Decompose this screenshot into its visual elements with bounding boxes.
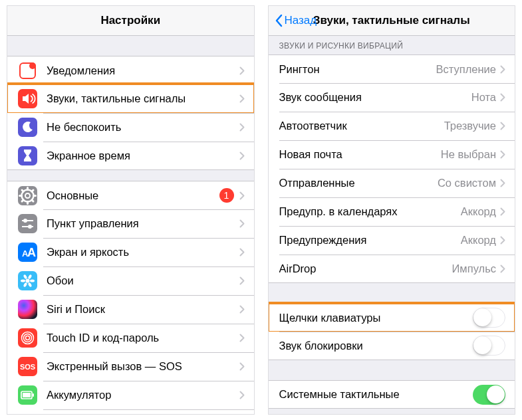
settings-row-notifications[interactable]: Уведомления: [7, 56, 254, 84]
switches-icon: [18, 214, 37, 233]
row-label: Системные тактильные: [279, 388, 473, 401]
chevron-right-icon: [239, 391, 245, 399]
svg-point-27: [26, 336, 30, 340]
chevron-right-icon: [239, 94, 245, 103]
fingerprint-icon: [18, 328, 37, 348]
speaker-icon: [18, 89, 37, 108]
row-value: Аккорд: [461, 234, 496, 247]
row-label: AirDrop: [279, 262, 452, 275]
row-label: Уведомления: [47, 64, 239, 77]
chevron-right-icon: [239, 276, 245, 285]
settings-row-sos[interactable]: SOSЭкстренный вызов — SOS: [7, 352, 254, 381]
hand-icon: [18, 414, 37, 415]
row-label: Звук сообщения: [279, 91, 471, 104]
settings-row-dnd[interactable]: Не беспокоить: [7, 113, 254, 142]
row-label: Экстренный вызов — SOS: [47, 360, 239, 373]
chevron-right-icon: [500, 179, 505, 187]
row-label: Автоответчик: [279, 120, 444, 132]
sound-row[interactable]: АвтоответчикТрезвучие: [269, 112, 515, 140]
back-button[interactable]: Назад: [275, 14, 317, 27]
sound-row[interactable]: ОтправленныеСо свистом: [269, 169, 515, 197]
sound-row[interactable]: РингтонВступление: [269, 54, 515, 83]
row-value: Импульс: [452, 262, 497, 275]
sound-row[interactable]: ПредупрежденияАккорд: [269, 226, 515, 255]
row-value: Со свистом: [438, 177, 496, 189]
sound-row[interactable]: Звук сообщенияНота: [269, 83, 515, 112]
sos-icon: SOS: [18, 357, 37, 376]
hourglass-icon: [18, 146, 37, 165]
settings-row-control[interactable]: Пункт управления: [7, 209, 254, 238]
sound-row[interactable]: Новая почтаНе выбран: [269, 140, 515, 169]
row-label: Аккумулятор: [47, 389, 239, 401]
settings-row-battery[interactable]: Аккумулятор: [7, 381, 254, 409]
chevron-right-icon: [500, 236, 505, 245]
notifications-icon: [18, 61, 37, 80]
sound-row[interactable]: Предупр. в календаряхАккорд: [269, 197, 515, 226]
svg-point-26: [24, 334, 32, 342]
settings-row-display[interactable]: AAЭкран и яркость: [7, 238, 254, 266]
row-label: Основные: [47, 189, 219, 202]
svg-point-20: [28, 282, 33, 288]
chevron-right-icon: [239, 66, 245, 75]
chevron-right-icon: [239, 191, 245, 200]
svg-line-7: [22, 199, 23, 201]
svg-line-11: [32, 190, 33, 191]
svg-point-13: [23, 219, 27, 223]
settings-row-privacy[interactable]: Конфиденциальность: [7, 409, 254, 414]
chevron-right-icon: [500, 122, 505, 130]
siri-icon: [18, 300, 37, 319]
row-value: Аккорд: [461, 205, 496, 218]
sounds-screen: Назад Звуки, тактильные сигналы ЗВУКИ И …: [268, 5, 516, 415]
settings-row-wallpaper[interactable]: Обои: [7, 266, 254, 295]
row-label: Звуки, тактильные сигналы: [47, 92, 239, 105]
row-label: Предупр. в календарях: [279, 205, 461, 218]
flower-icon: [18, 271, 37, 290]
sounds-content: ЗВУКИ И РИСУНКИ ВИБРАЦИЙ РингтонВступлен…: [269, 36, 515, 414]
back-label: Назад: [285, 14, 317, 27]
toggle[interactable]: [473, 385, 505, 405]
row-label: Предупреждения: [279, 234, 461, 247]
settings-row-general[interactable]: Основные1: [7, 181, 254, 209]
row-label: Отправленные: [279, 177, 438, 189]
svg-rect-30: [33, 393, 34, 397]
badge: 1: [219, 188, 234, 203]
svg-point-22: [21, 280, 25, 282]
svg-point-3: [25, 193, 30, 198]
section-footer-haptics: Воспроизводите тактильные сигналы при уп…: [269, 409, 515, 414]
row-label: Экран и яркость: [47, 246, 239, 259]
svg-line-5: [32, 199, 33, 201]
sound-row[interactable]: AirDropИмпульс: [269, 255, 515, 283]
chevron-right-icon: [500, 207, 505, 216]
row-label: Не беспокоить: [47, 121, 239, 134]
row-label: Звук блокировки: [279, 340, 473, 352]
row-label: Обои: [47, 274, 239, 287]
chevron-right-icon: [500, 65, 505, 74]
svg-point-24: [28, 274, 33, 279]
chevron-right-icon: [239, 362, 245, 371]
svg-line-9: [22, 190, 23, 191]
row-label: Touch ID и код-пароль: [47, 332, 239, 344]
chevron-right-icon: [500, 150, 505, 159]
toggle[interactable]: [473, 308, 505, 328]
toggle-row: Щелчки клавиатуры: [269, 303, 515, 332]
row-label: Экранное время: [47, 150, 239, 162]
settings-row-sounds[interactable]: Звуки, тактильные сигналы: [7, 84, 254, 113]
svg-point-23: [23, 274, 28, 279]
settings-content: УведомленияЗвуки, тактильные сигналыНе б…: [7, 36, 254, 414]
svg-text:A: A: [27, 246, 36, 259]
text-size-icon: AA: [18, 243, 37, 262]
settings-row-siri[interactable]: Siri и Поиск: [7, 295, 254, 324]
toggle-row: Звук блокировки: [269, 332, 515, 360]
row-label: Щелчки клавиатуры: [279, 312, 473, 324]
svg-point-21: [23, 282, 28, 288]
toggle[interactable]: [473, 336, 505, 356]
battery-icon: [18, 385, 37, 405]
chevron-right-icon: [239, 152, 245, 160]
svg-point-15: [28, 225, 32, 229]
settings-row-touchid[interactable]: Touch ID и код-пароль: [7, 324, 254, 352]
settings-row-screentime[interactable]: Экранное время: [7, 142, 254, 170]
svg-point-1: [29, 62, 36, 69]
settings-screen: Настройки УведомленияЗвуки, тактильные с…: [7, 5, 255, 415]
row-label: Пункт управления: [47, 217, 239, 230]
svg-text:SOS: SOS: [20, 363, 35, 371]
